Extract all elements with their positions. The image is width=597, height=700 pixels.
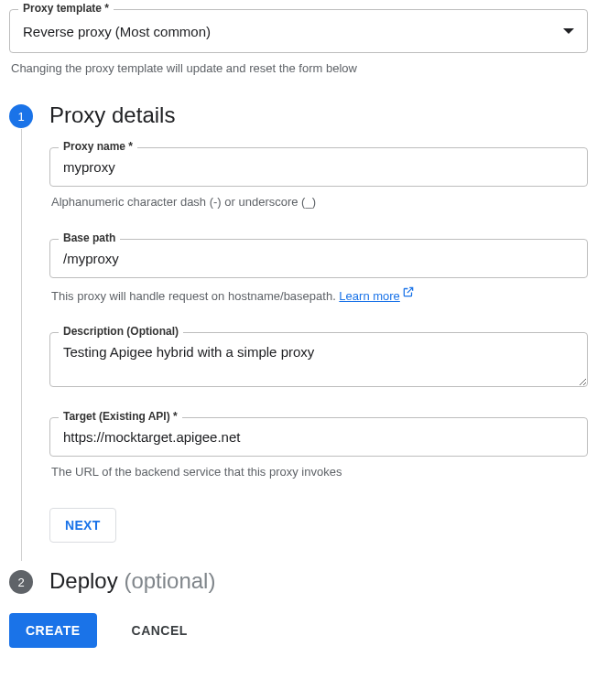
base-path-input[interactable] [49, 239, 588, 278]
description-field: Description (Optional) [49, 332, 588, 390]
proxy-template-value: Reverse proxy (Most common) [23, 24, 211, 39]
step-1-title: Proxy details [49, 101, 175, 129]
proxy-template-field: Proxy template * Reverse proxy (Most com… [9, 9, 588, 53]
create-button[interactable]: CREATE [9, 613, 97, 648]
target-input[interactable] [49, 417, 588, 457]
step-2-circle: 2 [9, 570, 33, 594]
proxy-name-helper: Alphanumeric character dash (-) or under… [51, 194, 586, 210]
cancel-button[interactable]: CANCEL [126, 622, 193, 639]
base-path-label: Base path [59, 232, 120, 244]
step-1-circle: 1 [9, 104, 33, 128]
chevron-down-icon [563, 28, 574, 34]
proxy-template-select[interactable]: Reverse proxy (Most common) [9, 9, 588, 53]
step-2-optional: (optional) [124, 568, 215, 593]
learn-more-link[interactable]: Learn more [339, 289, 414, 303]
target-field: Target (Existing API) * [49, 417, 588, 457]
proxy-name-field: Proxy name * [49, 147, 588, 187]
external-link-icon [402, 285, 415, 303]
description-label: Description (Optional) [59, 325, 183, 338]
step-2-header: 2 Deploy (optional) [9, 566, 588, 595]
base-path-field: Base path [49, 239, 588, 278]
proxy-template-helper: Changing the proxy template will update … [11, 60, 586, 77]
description-input[interactable] [49, 332, 588, 387]
next-button[interactable]: NEXT [49, 508, 116, 543]
proxy-name-input[interactable] [49, 147, 588, 187]
target-helper: The URL of the backend service that this… [51, 464, 586, 480]
step-1-body: Proxy name * Alphanumeric character dash… [21, 129, 588, 561]
step-1-header: 1 Proxy details [9, 101, 588, 129]
proxy-template-label: Proxy template * [18, 2, 114, 15]
base-path-helper: This proxy will handle request on hostna… [51, 285, 586, 305]
footer-buttons: CREATE CANCEL [9, 613, 588, 648]
target-label: Target (Existing API) * [59, 410, 182, 423]
base-path-helper-text: This proxy will handle request on hostna… [51, 289, 339, 303]
step-2-title: Deploy (optional) [49, 566, 215, 595]
proxy-name-label: Proxy name * [59, 140, 137, 153]
step-2-title-text: Deploy [49, 568, 118, 593]
